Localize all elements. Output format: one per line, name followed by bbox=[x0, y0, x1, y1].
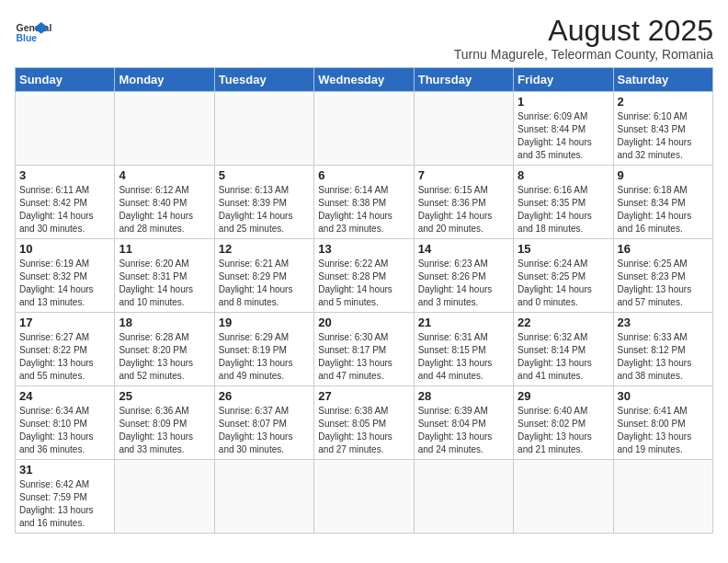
weekday-header-row: SundayMondayTuesdayWednesdayThursdayFrid… bbox=[16, 68, 713, 92]
day-info: Sunrise: 6:10 AM Sunset: 8:43 PM Dayligh… bbox=[618, 110, 709, 162]
day-number: 10 bbox=[19, 242, 110, 256]
day-info: Sunrise: 6:28 AM Sunset: 8:20 PM Dayligh… bbox=[119, 331, 210, 383]
calendar-cell: 2Sunrise: 6:10 AM Sunset: 8:43 PM Daylig… bbox=[613, 92, 712, 166]
day-info: Sunrise: 6:29 AM Sunset: 8:19 PM Dayligh… bbox=[219, 331, 310, 383]
weekday-header-monday: Monday bbox=[115, 68, 214, 92]
day-info: Sunrise: 6:14 AM Sunset: 8:38 PM Dayligh… bbox=[318, 184, 409, 236]
calendar-table: SundayMondayTuesdayWednesdayThursdayFrid… bbox=[15, 67, 713, 534]
logo: General Blue bbox=[15, 15, 51, 52]
day-number: 31 bbox=[19, 463, 110, 477]
calendar-cell: 23Sunrise: 6:33 AM Sunset: 8:12 PM Dayli… bbox=[613, 313, 712, 386]
calendar-header: SundayMondayTuesdayWednesdayThursdayFrid… bbox=[16, 68, 713, 92]
day-number: 30 bbox=[618, 389, 709, 403]
calendar-cell bbox=[613, 460, 712, 534]
calendar-cell bbox=[115, 92, 214, 166]
day-info: Sunrise: 6:36 AM Sunset: 8:09 PM Dayligh… bbox=[119, 405, 210, 456]
day-number: 11 bbox=[119, 242, 210, 256]
day-number: 1 bbox=[518, 95, 609, 109]
svg-text:Blue: Blue bbox=[17, 33, 38, 43]
day-info: Sunrise: 6:40 AM Sunset: 8:02 PM Dayligh… bbox=[518, 405, 609, 456]
day-info: Sunrise: 6:33 AM Sunset: 8:12 PM Dayligh… bbox=[618, 331, 709, 383]
calendar-cell bbox=[214, 460, 313, 534]
calendar-cell: 26Sunrise: 6:37 AM Sunset: 8:07 PM Dayli… bbox=[214, 386, 313, 460]
day-number: 21 bbox=[418, 316, 509, 329]
day-info: Sunrise: 6:42 AM Sunset: 7:59 PM Dayligh… bbox=[19, 478, 110, 530]
calendar-cell bbox=[414, 92, 513, 166]
day-number: 22 bbox=[518, 316, 609, 329]
calendar-cell: 30Sunrise: 6:41 AM Sunset: 8:00 PM Dayli… bbox=[613, 386, 712, 460]
day-info: Sunrise: 6:30 AM Sunset: 8:17 PM Dayligh… bbox=[318, 331, 409, 383]
day-info: Sunrise: 6:23 AM Sunset: 8:26 PM Dayligh… bbox=[418, 258, 509, 309]
day-info: Sunrise: 6:37 AM Sunset: 8:07 PM Dayligh… bbox=[219, 405, 310, 456]
calendar-cell: 9Sunrise: 6:18 AM Sunset: 8:34 PM Daylig… bbox=[613, 166, 712, 239]
calendar-week-row: 31Sunrise: 6:42 AM Sunset: 7:59 PM Dayli… bbox=[16, 460, 713, 534]
calendar-cell: 10Sunrise: 6:19 AM Sunset: 8:32 PM Dayli… bbox=[16, 239, 115, 313]
day-number: 5 bbox=[219, 168, 310, 182]
day-number: 17 bbox=[19, 316, 110, 329]
calendar-cell: 18Sunrise: 6:28 AM Sunset: 8:20 PM Dayli… bbox=[115, 313, 214, 386]
header: General Blue August 2025 Turnu Magurele,… bbox=[15, 15, 713, 62]
calendar-cell bbox=[314, 460, 414, 534]
calendar-week-row: 24Sunrise: 6:34 AM Sunset: 8:10 PM Dayli… bbox=[16, 386, 713, 460]
day-number: 15 bbox=[518, 242, 609, 256]
day-number: 29 bbox=[518, 389, 609, 403]
weekday-header-friday: Friday bbox=[514, 68, 613, 92]
day-number: 7 bbox=[418, 168, 509, 182]
calendar-cell: 8Sunrise: 6:16 AM Sunset: 8:35 PM Daylig… bbox=[514, 166, 613, 239]
day-number: 18 bbox=[119, 316, 210, 329]
day-info: Sunrise: 6:20 AM Sunset: 8:31 PM Dayligh… bbox=[119, 258, 210, 309]
calendar-cell: 28Sunrise: 6:39 AM Sunset: 8:04 PM Dayli… bbox=[414, 386, 513, 460]
day-number: 25 bbox=[119, 389, 210, 403]
day-info: Sunrise: 6:32 AM Sunset: 8:14 PM Dayligh… bbox=[518, 331, 609, 383]
calendar-cell bbox=[314, 92, 414, 166]
calendar-cell: 31Sunrise: 6:42 AM Sunset: 7:59 PM Dayli… bbox=[16, 460, 115, 534]
calendar-title: August 2025 bbox=[454, 15, 713, 47]
calendar-cell bbox=[16, 92, 115, 166]
day-info: Sunrise: 6:22 AM Sunset: 8:28 PM Dayligh… bbox=[318, 258, 409, 309]
day-number: 4 bbox=[119, 168, 210, 182]
calendar-cell: 16Sunrise: 6:25 AM Sunset: 8:23 PM Dayli… bbox=[613, 239, 712, 313]
day-info: Sunrise: 6:13 AM Sunset: 8:39 PM Dayligh… bbox=[219, 184, 310, 236]
calendar-cell: 29Sunrise: 6:40 AM Sunset: 8:02 PM Dayli… bbox=[514, 386, 613, 460]
calendar-cell: 14Sunrise: 6:23 AM Sunset: 8:26 PM Dayli… bbox=[414, 239, 513, 313]
day-info: Sunrise: 6:31 AM Sunset: 8:15 PM Dayligh… bbox=[418, 331, 509, 383]
day-info: Sunrise: 6:18 AM Sunset: 8:34 PM Dayligh… bbox=[618, 184, 709, 236]
calendar-subtitle: Turnu Magurele, Teleorman County, Romani… bbox=[454, 47, 713, 62]
day-number: 26 bbox=[219, 389, 310, 403]
weekday-header-sunday: Sunday bbox=[16, 68, 115, 92]
calendar-cell: 1Sunrise: 6:09 AM Sunset: 8:44 PM Daylig… bbox=[514, 92, 613, 166]
day-info: Sunrise: 6:12 AM Sunset: 8:40 PM Dayligh… bbox=[119, 184, 210, 236]
day-info: Sunrise: 6:09 AM Sunset: 8:44 PM Dayligh… bbox=[518, 110, 609, 162]
calendar-cell: 20Sunrise: 6:30 AM Sunset: 8:17 PM Dayli… bbox=[314, 313, 414, 386]
weekday-header-tuesday: Tuesday bbox=[214, 68, 313, 92]
calendar-cell: 4Sunrise: 6:12 AM Sunset: 8:40 PM Daylig… bbox=[115, 166, 214, 239]
calendar-cell: 13Sunrise: 6:22 AM Sunset: 8:28 PM Dayli… bbox=[314, 239, 414, 313]
day-info: Sunrise: 6:16 AM Sunset: 8:35 PM Dayligh… bbox=[518, 184, 609, 236]
day-number: 27 bbox=[318, 389, 409, 403]
day-number: 28 bbox=[418, 389, 509, 403]
day-number: 9 bbox=[618, 168, 709, 182]
calendar-cell bbox=[214, 92, 313, 166]
day-info: Sunrise: 6:19 AM Sunset: 8:32 PM Dayligh… bbox=[19, 258, 110, 309]
day-number: 3 bbox=[19, 168, 110, 182]
day-number: 24 bbox=[19, 389, 110, 403]
calendar-cell: 6Sunrise: 6:14 AM Sunset: 8:38 PM Daylig… bbox=[314, 166, 414, 239]
weekday-header-wednesday: Wednesday bbox=[314, 68, 414, 92]
day-info: Sunrise: 6:21 AM Sunset: 8:29 PM Dayligh… bbox=[219, 258, 310, 309]
calendar-cell: 21Sunrise: 6:31 AM Sunset: 8:15 PM Dayli… bbox=[414, 313, 513, 386]
calendar-cell: 12Sunrise: 6:21 AM Sunset: 8:29 PM Dayli… bbox=[214, 239, 313, 313]
day-number: 23 bbox=[618, 316, 709, 329]
calendar-cell bbox=[414, 460, 513, 534]
calendar-cell: 25Sunrise: 6:36 AM Sunset: 8:09 PM Dayli… bbox=[115, 386, 214, 460]
day-info: Sunrise: 6:15 AM Sunset: 8:36 PM Dayligh… bbox=[418, 184, 509, 236]
day-info: Sunrise: 6:11 AM Sunset: 8:42 PM Dayligh… bbox=[19, 184, 110, 236]
calendar-cell: 7Sunrise: 6:15 AM Sunset: 8:36 PM Daylig… bbox=[414, 166, 513, 239]
calendar-week-row: 10Sunrise: 6:19 AM Sunset: 8:32 PM Dayli… bbox=[16, 239, 713, 313]
day-info: Sunrise: 6:34 AM Sunset: 8:10 PM Dayligh… bbox=[19, 405, 110, 456]
day-number: 8 bbox=[518, 168, 609, 182]
calendar-body: 1Sunrise: 6:09 AM Sunset: 8:44 PM Daylig… bbox=[16, 92, 713, 534]
day-number: 19 bbox=[219, 316, 310, 329]
day-number: 14 bbox=[418, 242, 509, 256]
calendar-cell: 17Sunrise: 6:27 AM Sunset: 8:22 PM Dayli… bbox=[16, 313, 115, 386]
calendar-cell: 5Sunrise: 6:13 AM Sunset: 8:39 PM Daylig… bbox=[214, 166, 313, 239]
